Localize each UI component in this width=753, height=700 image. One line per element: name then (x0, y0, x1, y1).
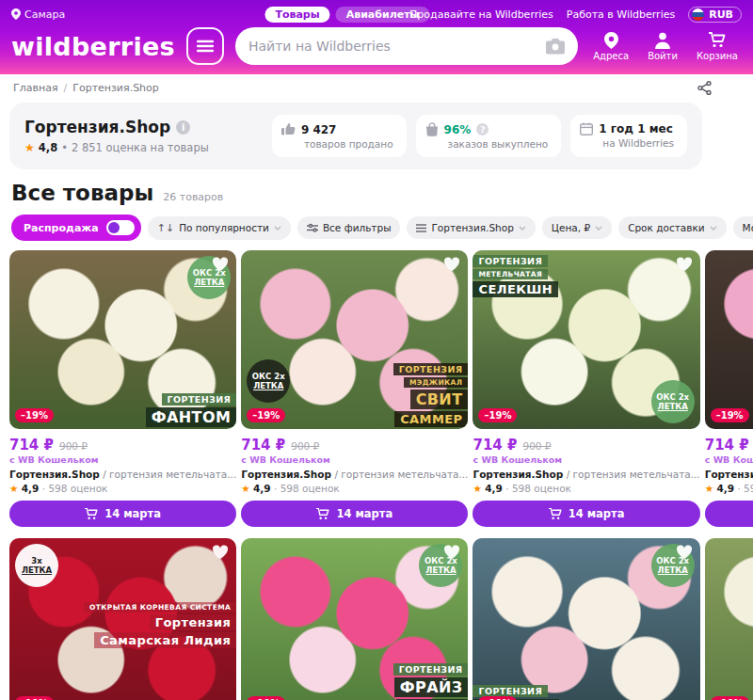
addresses-label: Адреса (593, 51, 629, 61)
photo-label: МЕТЕЛЬЧАТАЯ (473, 269, 548, 279)
ru-flag-icon (692, 8, 704, 21)
favorite-icon[interactable] (443, 545, 460, 560)
chevron-down-icon (274, 226, 281, 231)
chevron-down-icon (595, 226, 602, 231)
product-brand: Гортензия.Shop (241, 469, 331, 480)
site-header: Самара Товары Авиабилеты Продавайте на W… (0, 0, 753, 74)
photo-label: ГОРТЕНЗИЯ (162, 393, 237, 406)
product-card: ОКС 2х ЛЕТКА ГОРТЕНЗИЯФРАЙЗМЕЛЬБА –19% 7… (241, 538, 468, 700)
work-at-wb-link[interactable]: Работа в Wildberries (567, 8, 675, 21)
product-card: 3х ЛЕТКА ОТКРЫТАЯ КОРНЕВАЯ СИСТЕМАГортен… (9, 538, 236, 700)
favorite-icon[interactable] (443, 257, 460, 272)
frost-filter-chip[interactable]: Морозостойкость (733, 216, 753, 239)
wallet-price-note: с WB Кошельком (241, 454, 468, 465)
age-badge: ОКС 2х ЛЕТКА (651, 380, 695, 423)
photo-label: ГОРТЕНЗИЯ (393, 363, 469, 375)
currency-selector[interactable]: RUB (688, 7, 742, 23)
addresses-pin-icon (604, 32, 618, 49)
favorite-icon[interactable] (212, 545, 229, 560)
price: 714 ₽ (9, 437, 54, 453)
delivery-date: 14 марта (569, 507, 625, 520)
product-photo[interactable]: ОКС 2х ЛЕТКА ГОРТЕНЗИЯМЕТЕЛЬЧАТАЯСЕЛЕКШН… (473, 250, 699, 429)
product-card: ОКС 2х ЛЕТКА ГОРТЕНЗИЯФАНТОМ –19% 714 ₽ … (9, 250, 236, 527)
breadcrumb-shop[interactable]: Гортензия.Shop (72, 82, 159, 94)
favorite-icon[interactable] (676, 257, 693, 272)
product-photo[interactable]: ОКС 2х ЛЕТКА ГОРТЕНЗИЯМЭДЖИКАЛСВИТСАММЕР… (241, 250, 468, 429)
sale-toggle-chip[interactable]: Распродажа (11, 215, 141, 241)
product-card: ОКС 2х ЛЕТКА ГОРТЕНЗИЯМЭДЖИКАЛСВИТСАММЕР… (241, 250, 468, 527)
sort-chip[interactable]: ↑↓ По популярности (148, 216, 291, 240)
cart-icon (85, 508, 98, 520)
favorite-icon[interactable] (212, 257, 229, 272)
camera-search-icon[interactable] (546, 39, 565, 55)
product-photo[interactable]: ОКС 2х ЛЕТКА ГОРТЕНЗИЯФРАЙЗМЕЛЬБА –19% (241, 538, 468, 700)
photo-labels: ОТКРЫТАЯ КОРНЕВАЯ СИСТЕМАГортензияСамарс… (84, 602, 236, 648)
wildberries-logo[interactable]: wildberries (11, 32, 175, 61)
product-photo[interactable]: ОКС 2х ЛЕТКА ГОРТЕНЗИЯГЕРКУЛЕС –19% (473, 538, 699, 700)
question-icon[interactable]: ? (476, 123, 489, 135)
search-bar[interactable] (235, 27, 578, 65)
stat-orders-redeemed: 96% ? заказов выкуплено (416, 115, 562, 157)
chevron-down-icon (710, 226, 717, 231)
reviews-count: 598 оценок (48, 483, 107, 494)
product-card: ОКС 2х ЛЕТКА ГОРТЕНЗИЯСАММЕРЛАВ –19% 714… (705, 250, 753, 527)
photo-label: ФРАЙЗ (394, 677, 469, 697)
old-price: 900 ₽ (59, 440, 88, 452)
delivery-filter-chip[interactable]: Срок доставки (618, 216, 726, 239)
product-photo[interactable]: ОКС 2х ЛЕТКА ГОРТЕНЗИЯСКАЙФОЛЛ –19% (705, 538, 753, 700)
add-to-cart-button[interactable]: 14 марта (473, 501, 699, 527)
thumbs-up-icon (281, 122, 296, 136)
location-selector[interactable]: Самара (11, 8, 65, 21)
price-filter-chip[interactable]: Цена, ₽ (542, 216, 612, 239)
sliders-icon (307, 223, 318, 232)
product-title[interactable]: Гортензия.Shop / гортензия метельчата... (473, 469, 699, 480)
photo-label: ГОРТЕНЗИЯ (473, 255, 548, 267)
wallet-price-note: с WB Кошельком (705, 454, 753, 465)
seller-filter-chip[interactable]: Гортензия.Shop (407, 216, 535, 239)
shop-reviews-count[interactable]: 2 851 оценка на товары (72, 141, 209, 154)
shop-rating: ★ 4,8 • 2 851 оценка на товары (24, 141, 209, 154)
catalog-menu-button[interactable] (186, 27, 224, 65)
photo-labels: ГОРТЕНЗИЯМЕТЕЛЬЧАТАЯСЕЛЕКШН (473, 255, 557, 297)
share-icon[interactable] (697, 81, 712, 95)
addresses-button[interactable]: Адреса (593, 32, 629, 61)
product-rating: ★ 4,9 · 598 оценок (241, 483, 468, 494)
breadcrumb-home[interactable]: Главная (13, 82, 58, 94)
tab-avia[interactable]: Авиабилеты (336, 7, 430, 23)
sell-on-wb-link[interactable]: Продавайте на Wildberries (409, 8, 553, 21)
product-photo[interactable]: ОКС 2х ЛЕТКА ГОРТЕНЗИЯФАНТОМ –19% (9, 250, 236, 429)
product-title[interactable]: Гортензия.Shop / гортензия метельчата... (705, 469, 753, 480)
product-name: / гортензия метельчата... (100, 469, 236, 480)
stat-items-sold: 9 427 товаров продано (272, 115, 407, 157)
tab-goods[interactable]: Товары (264, 7, 329, 23)
product-grid: ОКС 2х ЛЕТКА ГОРТЕНЗИЯФАНТОМ –19% 714 ₽ … (9, 250, 744, 700)
burger-icon (197, 40, 214, 53)
photo-label: МЭДЖИКАЛ (404, 377, 468, 388)
all-filters-chip[interactable]: Все фильтры (297, 216, 401, 239)
add-to-cart-button[interactable]: 14 марта (705, 501, 753, 527)
shop-info-icon[interactable]: i (176, 120, 190, 135)
product-title[interactable]: Гортензия.Shop / гортензия метельчата... (9, 469, 236, 480)
old-price: 900 ₽ (291, 440, 319, 452)
add-to-cart-button[interactable]: 14 марта (9, 501, 236, 527)
login-label: Войти (648, 51, 678, 61)
cart-button[interactable]: Корзина (697, 32, 738, 61)
product-photo[interactable]: 3х ЛЕТКА ОТКРЫТАЯ КОРНЕВАЯ СИСТЕМАГортен… (9, 538, 236, 700)
product-card: ОКС 2х ЛЕТКА ГОРТЕНЗИЯГЕРКУЛЕС –19% 714 … (473, 538, 699, 700)
product-title[interactable]: Гортензия.Shop / гортензия метельчата... (241, 469, 468, 480)
add-to-cart-button[interactable]: 14 марта (241, 501, 468, 527)
product-name: / гортензия метельчата... (331, 469, 468, 480)
photo-label: Гортензия (150, 614, 236, 630)
product-photo[interactable]: ОКС 2х ЛЕТКА ГОРТЕНЗИЯСАММЕРЛАВ –19% (705, 250, 753, 429)
login-button[interactable]: Войти (648, 32, 678, 61)
discount-badge: –19% (247, 696, 285, 700)
reviews-count: 598 оценок (744, 483, 753, 494)
photo-labels: ГОРТЕНЗИЯМЭДЖИКАЛСВИТСАММЕР (393, 363, 469, 427)
favorite-icon[interactable] (676, 545, 693, 560)
bag-icon (425, 122, 439, 136)
products-count: 26 товаров (163, 191, 223, 203)
search-input[interactable] (248, 39, 538, 54)
star-icon: ★ (473, 483, 481, 494)
sale-toggle-switch[interactable] (106, 220, 135, 235)
list-icon (416, 224, 426, 232)
